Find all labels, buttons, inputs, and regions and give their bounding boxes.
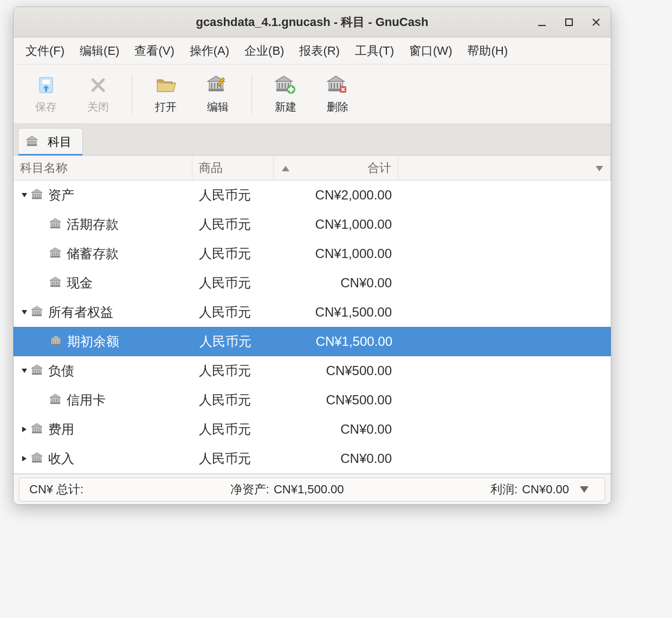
bank-edit-icon [206,74,229,96]
account-row[interactable]: 期初余额人民币元CN¥1,500.00 [14,327,611,356]
bank-icon [49,394,62,407]
account-commodity: 人民币元 [192,391,274,409]
minimize-button[interactable] [535,15,549,29]
account-row[interactable]: 所有者权益人民币元CN¥1,500.00 [14,298,611,327]
account-row[interactable]: 信用卡人民币元CN¥500.00 [14,385,611,415]
account-commodity: 人民币元 [192,421,274,438]
expander-open-icon[interactable] [18,368,31,374]
toolbar-save-label: 保存 [35,100,57,114]
bank-icon [31,364,44,377]
toolbar-separator [132,75,132,113]
account-total: CN¥0.00 [274,422,398,437]
account-total: CN¥0.00 [274,451,398,466]
account-commodity: 人民币元 [192,245,274,262]
bank-icon [31,306,44,319]
account-name: 储蓄存款 [67,245,119,262]
app-window: gcashdata_4.1.gnucash - 科目 - GnuCash 文件(… [13,7,611,505]
toolbar-new-button[interactable]: 新建 [260,68,312,120]
account-name-cell: 期初余额 [14,333,193,350]
account-name: 费用 [48,421,74,438]
svg-marker-27 [22,310,27,314]
menu-view[interactable]: 查看(V) [127,40,182,62]
close-icon [87,74,109,96]
account-row[interactable]: 费用人民币元CN¥0.00 [14,415,611,444]
account-row[interactable]: 储蓄存款人民币元CN¥1,000.00 [14,239,611,268]
svg-rect-12 [42,80,50,84]
sort-ascending-icon [281,161,290,175]
account-name: 负债 [48,362,74,379]
svg-marker-26 [22,193,27,197]
status-dropdown-button[interactable] [573,486,595,493]
bank-icon [26,136,39,149]
tab-label: 科目 [48,134,72,150]
account-commodity: 人民币元 [192,186,274,204]
menu-business[interactable]: 企业(B) [237,40,292,62]
statusbar: CN¥ 总计: 净资产: CN¥1,500.00 利润: CN¥0.00 [14,474,611,504]
window-title: gcashdata_4.1.gnucash - 科目 - GnuCash [196,14,428,30]
menu-reports[interactable]: 报表(R) [292,40,347,62]
column-header-spacer[interactable] [398,156,611,180]
expander-open-icon[interactable] [18,192,31,198]
account-name-cell: 活期存款 [14,216,192,233]
account-row[interactable]: 活期存款人民币元CN¥1,000.00 [14,210,611,239]
expander-closed-icon[interactable] [18,455,31,462]
account-name-cell: 储蓄存款 [14,245,192,262]
account-row[interactable]: 负债人民币元CN¥500.00 [14,356,611,385]
account-tree[interactable]: 资产人民币元CN¥2,000.00活期存款人民币元CN¥1,000.00储蓄存款… [14,181,611,474]
account-name: 资产 [48,186,74,204]
status-net-assets: 净资产: CN¥1,500.00 [230,481,344,498]
menu-file[interactable]: 文件(F) [18,40,72,62]
account-total: CN¥1,000.00 [274,217,398,232]
account-commodity: 人民币元 [192,274,274,292]
folder-open-icon [154,74,177,96]
column-header-name[interactable]: 科目名称 [14,156,192,180]
status-summary: CN¥ 总计: 净资产: CN¥1,500.00 利润: CN¥0.00 [19,478,605,501]
menu-edit[interactable]: 编辑(E) [72,40,127,62]
toolbar-edit-button[interactable]: 编辑 [192,68,244,120]
account-name-cell: 收入 [14,450,192,467]
account-row[interactable]: 资产人民币元CN¥2,000.00 [14,181,611,210]
toolbar-new-label: 新建 [275,100,296,114]
toolbar-open-button[interactable]: 打开 [140,68,192,120]
account-name-cell: 资产 [14,186,192,204]
svg-rect-20 [288,88,294,91]
close-button[interactable] [589,15,603,29]
bank-icon [31,423,44,436]
save-icon [35,74,57,96]
menu-help[interactable]: 帮助(H) [460,40,515,62]
menu-tools[interactable]: 工具(T) [347,40,402,62]
toolbar-close-label: 关闭 [87,100,109,114]
account-total: CN¥0.00 [274,275,398,291]
toolbar-save-button[interactable]: 保存 [20,68,72,120]
column-header-total[interactable]: 合计 [274,156,398,180]
bank-icon [31,452,44,465]
svg-marker-25 [596,166,603,171]
expander-open-icon[interactable] [18,309,31,316]
status-profit: 利润: CN¥0.00 [490,481,595,498]
toolbar: 保存 关闭 打开 编辑 新建 [14,65,611,124]
toolbar-close-button[interactable]: 关闭 [72,68,124,120]
toolbar-separator [251,75,252,113]
account-name: 活期存款 [67,216,119,233]
toolbar-delete-button[interactable]: 删除 [312,68,364,120]
toolbar-open-label: 打开 [155,100,177,114]
menu-actions[interactable]: 操作(A) [182,40,237,62]
window-controls [535,7,603,37]
menubar: 文件(F) 编辑(E) 查看(V) 操作(A) 企业(B) 报表(R) 工具(T… [14,37,611,65]
account-row[interactable]: 现金人民币元CN¥0.00 [14,268,611,298]
menu-window[interactable]: 窗口(W) [402,40,460,62]
account-name-cell: 费用 [14,421,192,438]
status-currency-total: CN¥ 总计: [29,481,83,498]
column-header-commodity[interactable]: 商品 [192,156,274,180]
account-row[interactable]: 收入人民币元CN¥0.00 [14,444,611,473]
svg-rect-14 [45,88,47,92]
account-name-cell: 信用卡 [14,391,192,409]
expander-closed-icon[interactable] [18,426,31,433]
toolbar-delete-label: 删除 [327,100,348,114]
account-commodity: 人民币元 [192,304,274,321]
bank-delete-icon [326,74,349,96]
account-name: 信用卡 [67,391,106,409]
tab-accounts[interactable]: 科目 [18,128,83,156]
maximize-button[interactable] [562,15,576,29]
bank-icon [49,247,62,260]
